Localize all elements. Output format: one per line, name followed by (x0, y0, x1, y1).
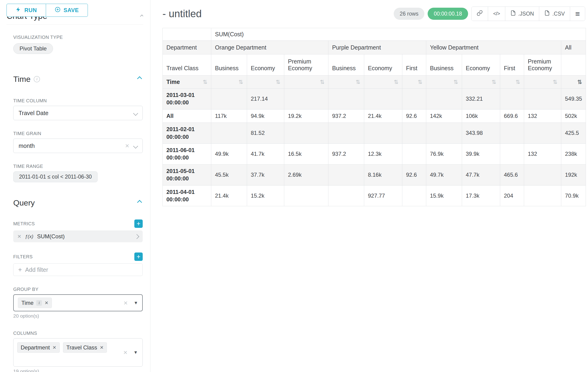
download-json-button[interactable]: .JSON (505, 7, 539, 21)
columns-chip-travel-class[interactable]: Travel Class × (63, 342, 107, 353)
group-by-chip-time[interactable]: Time i × (18, 298, 52, 308)
sort-cell: ⇅ (524, 75, 561, 89)
pivot-cell (402, 143, 426, 164)
travel-class-corner: Travel Class (163, 54, 211, 75)
time-column-select[interactable]: Travel Date (13, 106, 143, 120)
group-by-select[interactable]: Time i × × ▼ (13, 294, 143, 311)
pivot-cell: 132 (524, 143, 561, 164)
time-range-pill[interactable]: 2011-01-01 ≤ col < 2011-06-30 (13, 171, 98, 182)
save-label: SAVE (64, 7, 79, 13)
pivot-cell (402, 185, 426, 206)
sort-cell: ⇅ (500, 75, 524, 89)
col-header: Business (211, 54, 247, 75)
pivot-cell: 15.2k (247, 185, 284, 206)
time-grain-select[interactable]: month × (13, 138, 143, 153)
pivot-cell: 49.9k (211, 143, 247, 164)
sort-cell: ⇅ (328, 75, 364, 89)
visualization-type-pill[interactable]: Pivot Table (13, 43, 53, 54)
sort-icon[interactable]: ⇅ (276, 79, 280, 85)
metric-header-row: SUM(Cost) (163, 28, 586, 41)
chevron-up-icon (141, 14, 143, 19)
columns-options-count: 19 option(s) (13, 369, 143, 372)
sort-icon[interactable]: ⇅ (394, 79, 398, 85)
filters-label: FILTERS (13, 254, 33, 259)
pivot-cell: 465.6 (500, 164, 524, 185)
action-buttons: RUN SAVE (7, 4, 88, 17)
pivot-cell (364, 123, 402, 144)
download-csv-button[interactable]: .CSV (539, 7, 570, 21)
pivot-cell: 92.6 (402, 164, 426, 185)
sort-icon[interactable]: ⇅ (203, 79, 207, 85)
metric-chip[interactable]: × ƒ(x) SUM(Cost) (13, 230, 143, 242)
chevron-down-icon (134, 142, 137, 149)
chart-title[interactable]: - untitled (162, 8, 202, 20)
add-metric-button[interactable]: + (134, 220, 143, 228)
hamburger-icon: ≡ (575, 9, 580, 18)
sort-icon[interactable]: ⇅ (418, 79, 422, 85)
pivot-table-container: SUM(Cost) Department Orange Department P… (162, 28, 585, 206)
remove-metric-icon[interactable]: × (17, 233, 21, 240)
time-section-header[interactable]: Time i (13, 74, 143, 84)
columns-chip-department[interactable]: Department × (17, 342, 60, 353)
query-section-header[interactable]: Query (13, 198, 143, 207)
chart-header: - untitled 26 rows 00:00:00.18 </> (162, 0, 585, 21)
group-header-yellow: Yellow Department (426, 41, 561, 54)
pivot-cell (500, 123, 524, 144)
chevron-up-icon[interactable] (138, 77, 143, 81)
menu-button[interactable]: ≡ (570, 7, 585, 21)
clear-all-icon[interactable]: × (124, 299, 128, 307)
add-filter-dropzone[interactable]: + Add filter (13, 263, 143, 276)
embed-code-button[interactable]: </> (488, 7, 505, 21)
time-column-value: Travel Date (19, 110, 134, 117)
department-corner: Department (163, 41, 211, 54)
caret-down-icon[interactable]: ▼ (134, 300, 138, 306)
sort-icon[interactable]: ⇅ (356, 79, 360, 85)
run-button[interactable]: RUN (7, 4, 46, 17)
chevron-up-icon[interactable] (138, 201, 143, 205)
pivot-cell: 204 (500, 185, 524, 206)
time-section-title: Time (13, 74, 31, 84)
sort-icon[interactable]: ⇅ (239, 79, 243, 85)
pivot-cell (426, 123, 462, 144)
file-icon (544, 10, 550, 17)
pivot-cell: 19.2k (284, 109, 328, 123)
caret-down-icon[interactable]: ▼ (133, 350, 138, 355)
add-filter-button[interactable]: + (134, 253, 143, 261)
share-link-button[interactable] (472, 7, 488, 21)
pivot-cell: 47.7k (462, 164, 500, 185)
remove-chip-icon[interactable]: × (52, 344, 56, 351)
time-grain-label: TIME GRAIN (13, 131, 143, 136)
pivot-cell (524, 164, 561, 185)
time-range-label: TIME RANGE (13, 163, 143, 169)
sort-icon[interactable]: ⇅ (492, 79, 496, 85)
time-grain-value: month (19, 142, 125, 149)
file-icon (510, 10, 516, 17)
pivot-cell: 106k (462, 109, 500, 123)
remove-chip-icon[interactable]: × (45, 299, 48, 307)
remove-chip-icon[interactable]: × (100, 344, 104, 351)
sort-cell: ⇅ (284, 75, 328, 89)
table-row: 2011-03-01 00:00:00 217.14 332.21 549.35 (163, 89, 586, 109)
sort-icon[interactable]: ⇅ (553, 79, 557, 85)
columns-select[interactable]: Department × Travel Class × × ▼ (13, 338, 143, 367)
col-header: Economy (247, 54, 284, 75)
pivot-total-cell: 502k (561, 109, 586, 123)
pivot-cell: 669.6 (500, 109, 524, 123)
chip-label: Travel Class (66, 344, 97, 351)
sort-desc-icon[interactable]: ⇅ (577, 79, 582, 85)
pivot-cell (328, 123, 364, 144)
clear-icon[interactable]: × (125, 142, 129, 150)
clear-all-icon[interactable]: × (123, 349, 128, 356)
sort-header-row: Time⇅ ⇅ ⇅ ⇅ ⇅ ⇅ ⇅ ⇅ ⇅ ⇅ ⇅ ⇅ (163, 75, 586, 89)
sort-icon[interactable]: ⇅ (320, 79, 325, 85)
pivot-table: SUM(Cost) Department Orange Department P… (162, 28, 586, 206)
sort-icon[interactable]: ⇅ (453, 79, 458, 85)
export-toolbar: </> .JSON .CSV ≡ (471, 7, 585, 21)
chevron-right-icon (135, 233, 138, 240)
save-button[interactable]: SAVE (46, 4, 88, 17)
pivot-total-cell: 425.5 (561, 123, 586, 144)
pivot-cell: 17.3k (462, 185, 500, 206)
chart-area: - untitled 26 rows 00:00:00.18 </> (150, 0, 588, 372)
sort-icon[interactable]: ⇅ (515, 79, 520, 85)
pivot-cell: 92.6 (402, 109, 426, 123)
